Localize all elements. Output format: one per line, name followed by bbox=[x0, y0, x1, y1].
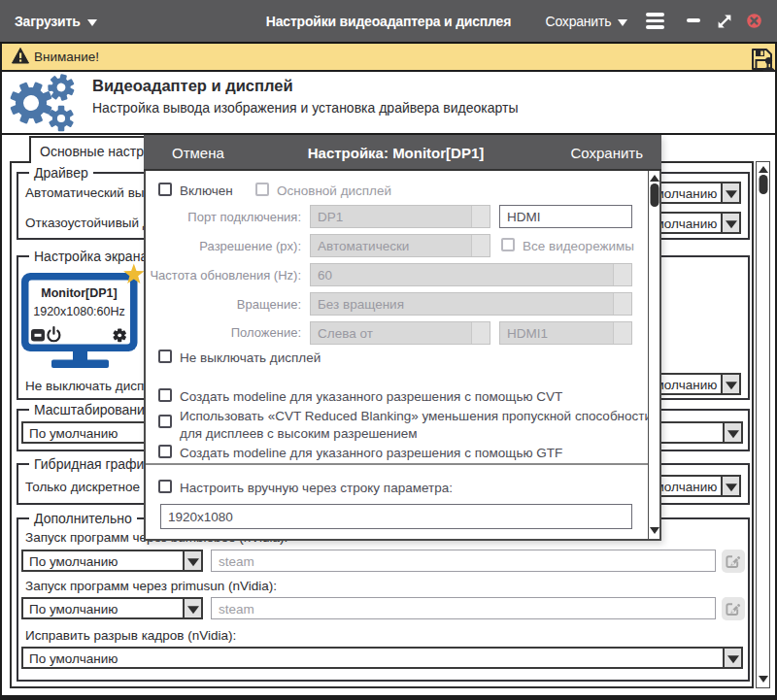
svg-text:Monitor[DP1]: Monitor[DP1] bbox=[41, 286, 117, 300]
svg-text:1920x1080:60Hz: 1920x1080:60Hz bbox=[33, 305, 125, 318]
